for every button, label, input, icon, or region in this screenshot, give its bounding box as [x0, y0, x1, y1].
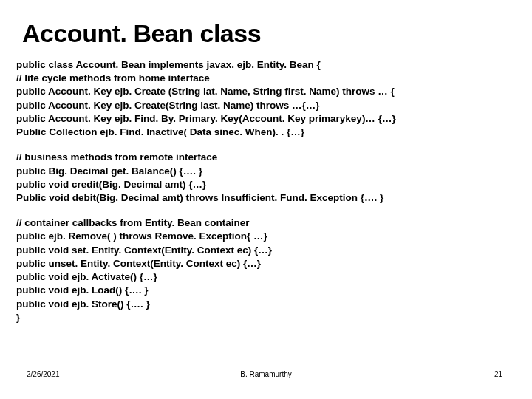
code-line: public unset. Entity. Context(Entity. Co… — [16, 257, 516, 270]
code-line: public Account. Key ejb. Create (String … — [16, 85, 516, 98]
code-block-lifecycle: public class Account. Bean implements ja… — [16, 58, 516, 139]
footer-author: B. Ramamurthy — [0, 370, 532, 378]
code-line: public void credit(Big. Decimal amt) {…} — [16, 178, 516, 191]
code-line: public Account. Key ejb. Create(String l… — [16, 99, 516, 112]
code-line: Public Collection ejb. Find. Inactive( D… — [16, 126, 516, 139]
code-line: public void set. Entity. Context(Entity.… — [16, 244, 516, 257]
code-line: // container callbacks from Entity. Bean… — [16, 216, 516, 230]
code-line: public Account. Key ejb. Find. By. Prima… — [16, 112, 516, 126]
code-line: public class Account. Bean implements ja… — [16, 58, 516, 72]
code-line: public void ejb. Activate() {…} — [16, 270, 516, 284]
code-line: public Big. Decimal get. Balance() {…. } — [16, 165, 516, 178]
code-line: Public void debit(Big. Decimal amt) thro… — [16, 191, 516, 205]
code-line: public void ejb. Store() {…. } — [16, 298, 516, 311]
code-line: // life cycle methods from home interfac… — [16, 72, 516, 85]
code-line: // business methods from remote interfac… — [16, 151, 516, 164]
slide-title: Account. Bean class — [22, 19, 516, 48]
code-block-business: // business methods from remote interfac… — [16, 151, 516, 205]
footer-page: 21 — [494, 370, 502, 378]
code-line: } — [16, 311, 516, 324]
code-line: public void ejb. Load() {…. } — [16, 284, 516, 297]
code-block-callbacks: // container callbacks from Entity. Bean… — [16, 216, 516, 324]
code-line: public ejb. Remove( ) throws Remove. Exc… — [16, 230, 516, 243]
slide: Account. Bean class public class Account… — [0, 0, 532, 399]
